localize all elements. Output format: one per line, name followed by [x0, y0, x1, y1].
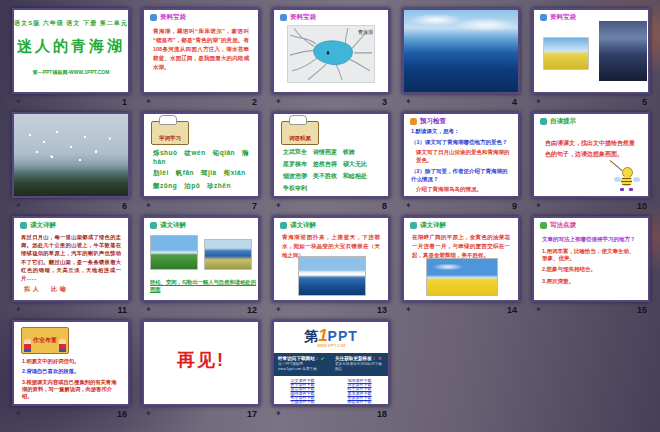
- animation-indicator-icon: ✦: [275, 410, 282, 418]
- cartoon-kid-icon: [59, 339, 66, 352]
- slide-number: 18: [377, 409, 387, 419]
- slide-thumbnail-9[interactable]: 预习检查 1.默读课文，思考： （1）课文写了青海湖哪些地方的景色？ 课文写了日…: [402, 112, 520, 198]
- slide-thumbnail-3[interactable]: 资料宝袋 青海湖: [272, 8, 390, 94]
- slide-section-header: 课文详解: [14, 218, 128, 229]
- 1ppt-logo: 第1PPT WWW.1PPT.COM: [274, 327, 388, 349]
- slide-section-header: 课文详解: [404, 218, 518, 229]
- slide-thumbnail-14[interactable]: 课文详解 在湖畔广阔的平原上，金黄色的油菜花一片连着一片，与翠绿的麦苗交织在一起…: [402, 216, 520, 302]
- slide-thumbnail-2[interactable]: 资料宝袋 青海湖，藏语叫“库库诺尔”，蒙语叫“错温布”，都是“青色的湖”的意思。…: [142, 8, 260, 94]
- slide-cell-14: 课文详解 在湖畔广阔的平原上，金黄色的油菜花一片连着一片，与翠绿的麦苗交织在一起…: [402, 216, 520, 318]
- slide-thumbnail-18[interactable]: 第1PPT WWW.1PPT.COM 经常访问下载网站： ✔ 第一PPT模板网 …: [272, 320, 390, 406]
- cross-icon: ✖: [378, 356, 382, 361]
- section-title: 课文详解: [30, 222, 56, 229]
- cloud-icon: [540, 118, 547, 125]
- slide-number: 12: [247, 305, 257, 315]
- section-title: 课文详解: [420, 222, 446, 229]
- rhetoric-note: 拟人 比喻: [24, 285, 128, 294]
- section-title: 课文详解: [160, 222, 186, 229]
- slide-section-header: 课文详解: [274, 218, 388, 229]
- section-title: 自读提示: [550, 118, 576, 125]
- lakeshore-photo: [204, 239, 252, 270]
- bee-foot: [629, 188, 633, 191]
- animation-indicator-icon: ✦: [145, 410, 152, 418]
- promo-left-note: 第一PPT模板网 www.1ppt.com 免费下载: [278, 362, 327, 371]
- slide-number: 3: [382, 97, 387, 107]
- slide-number: 5: [642, 97, 647, 107]
- question-2: （2）除了写景，作者还介绍了青海湖的什么情况？: [411, 168, 511, 184]
- check-icon: ✔: [321, 356, 325, 361]
- slide-cell-13: 课文详解 青海湖迎面扑来，上接蓝天，下连碧水，宛如一块晶莹的大宝石镶嵌在（天地之…: [272, 216, 390, 318]
- slide-cell-9: 预习检查 1.默读课文，思考： （1）课文写了青海湖哪些地方的景色？ 课文写了日…: [402, 112, 520, 214]
- slide-thumbnail-15[interactable]: 写法点拨 文章的写法上有哪些值得学习的地方？ 1.用词丰富，比喻恰当，使文章生动…: [532, 216, 650, 302]
- animation-indicator-icon: ✦: [145, 202, 152, 210]
- notebook-label: 字词学习: [159, 135, 181, 142]
- download-links: 语文课件下载 数学课件下载 英语课件下载 物理课件下载 化学课件下载 生物课件下…: [274, 379, 388, 404]
- slide-thumbnail-7[interactable]: 字词学习 烁shuò 纹wén 铅qiān 瀚hàn 肋lèi 帆fān 驾ji…: [142, 112, 260, 198]
- slide-section-header: 资料宝袋: [274, 10, 388, 21]
- slide-section-header: 写法点拨: [534, 218, 648, 229]
- download-link[interactable]: 生物课件下载: [291, 400, 315, 404]
- animation-indicator-icon: ✦: [15, 98, 22, 106]
- slide-thumbnail-13[interactable]: 课文详解 青海湖迎面扑来，上接蓝天，下连碧水，宛如一块晶莹的大宝石镶嵌在（天地之…: [272, 216, 390, 302]
- slide-section-header: 资料宝袋: [534, 10, 648, 21]
- pinyin-word-line: 烁shuò 纹wén 铅qiān 瀚hàn: [153, 149, 258, 165]
- animation-indicator-icon: ✦: [535, 306, 542, 314]
- slide-thumbnail-11[interactable]: 课文详解 再过日月山，每一道山梁都成了绿色的走廊。远处几十公里的山坡上，牛羊散落…: [12, 216, 130, 302]
- slide-number: 2: [252, 97, 257, 107]
- slide-cell-7: 字词学习 烁shuò 纹wén 铅qiān 瀚hàn 肋lèi 帆fān 驾ji…: [142, 112, 260, 214]
- treasure-bag-icon: [540, 14, 547, 21]
- text-analysis-paragraph: 再过日月山，每一道山梁都成了绿色的走廊。远处几十公里的山坡上，牛羊散落在绿绒毯似…: [21, 233, 121, 282]
- slide-cell-16: 作业布置 1.积累文中的好词佳句。 2.背诵自己喜欢的段落。 3.根据课文内容或…: [12, 320, 130, 422]
- slide-thumbnail-16[interactable]: 作业布置 1.积累文中的好词佳句。 2.背诵自己喜欢的段落。 3.根据课文内容或…: [12, 320, 130, 406]
- slide-thumbnail-4 lake-photo[interactable]: [402, 8, 520, 94]
- bee-wing: [633, 177, 640, 182]
- book-icon: [410, 118, 417, 125]
- bee-body: [621, 176, 632, 186]
- links-column-left: 语文课件下载 数学课件下载 英语课件下载 物理课件下载 化学课件下载 生物课件下…: [291, 379, 315, 404]
- map-graphic: 青海湖: [288, 26, 374, 82]
- rapeseed-field-photo: [543, 37, 589, 70]
- idiom-row: 烟波浩渺 美不胜收 和睦相处: [283, 172, 388, 181]
- pinyin-word-line: 肋lèi 帆fān 驾jià 衔xián: [153, 169, 258, 178]
- magnifier-icon: [410, 222, 417, 229]
- snow-mountain-lake-photo: [298, 256, 366, 296]
- writing-point: 3.层次清楚。: [542, 278, 640, 285]
- reading-prompt: 自由读课文，找出文中描绘自然景色的句子，边读边想象画面。: [545, 138, 637, 160]
- slide-cell-12: 课文详解 轻松、安闲，勾勒出一幅人与自然和谐相处的画面 ✦12: [142, 216, 260, 318]
- animation-indicator-icon: ✦: [405, 202, 412, 210]
- section-title: 资料宝袋: [160, 14, 186, 21]
- slide-number: 16: [117, 409, 127, 419]
- slide-number: 7: [252, 201, 257, 211]
- slide-number: 13: [377, 305, 387, 315]
- treasure-bag-icon: [150, 14, 157, 21]
- slide-sorter-grid: 语文S版 六年级 语文 下册 第二单元 迷人的青海湖 第一PPT模板网-WWW.…: [0, 0, 660, 422]
- treasure-bag-icon: [280, 14, 287, 21]
- slide-thumbnail-8[interactable]: 词语积累 文武双全 诗情画意 铁骑 星罗棋布 悠然自得 硕大无比 烟波浩渺 美不…: [272, 112, 390, 198]
- homework-item: 3.根据课文内容或自己搜集到的有关青海湖的资料，写一篇解说词，向游客作介绍。: [22, 379, 120, 400]
- bee-foot: [620, 188, 624, 191]
- template-site-credit: 第一PPT模板网-WWW.1PPT.COM: [14, 69, 128, 75]
- logo-prefix: 第: [304, 328, 318, 344]
- promo-right-title: 关注获取更新模板：: [335, 356, 376, 361]
- idiom-row: 星罗棋布 悠然自得 硕大无比: [283, 160, 388, 169]
- slide-thumbnail-10[interactable]: 自读提示 自由读课文，找出文中描绘自然景色的句子，边读边想象画面。: [532, 112, 650, 198]
- links-column-right: 地理课件下载 历史课件下载 科学课件下载 美术课件下载 音乐课件下载 班会课件下…: [348, 379, 372, 404]
- animation-indicator-icon: ✦: [535, 98, 542, 106]
- promo-right: 关注获取更新模板： ✖ 更多精品课件请访问站内下载频道: [331, 353, 388, 376]
- slide-thumbnail-17[interactable]: 再见!: [142, 320, 260, 406]
- slide-number: 8: [382, 201, 387, 211]
- pointer-stick: [610, 160, 623, 171]
- promo-left: 经常访问下载网站： ✔ 第一PPT模板网 www.1ppt.com 免费下载: [274, 353, 331, 376]
- writing-method-question: 文章的写法上有哪些值得学习的地方？: [542, 236, 640, 243]
- slide-thumbnail-12[interactable]: 课文详解 轻松、安闲，勾勒出一幅人与自然和谐相处的画面: [142, 216, 260, 302]
- slide-section-header: 课文详解: [144, 218, 258, 229]
- idiom-row: 争权夺利: [283, 184, 388, 193]
- bee-wing: [614, 177, 621, 182]
- writing-point: 1.用词丰富，比喻恰当，使文章生动、形象、优美。: [542, 248, 640, 262]
- slide-number: 15: [637, 305, 647, 315]
- section-title: 课文详解: [290, 222, 316, 229]
- slide-thumbnail-1[interactable]: 语文S版 六年级 语文 下册 第二单元 迷人的青海湖 第一PPT模板网-WWW.…: [12, 8, 130, 94]
- slide-thumbnail-5[interactable]: 资料宝袋: [532, 8, 650, 94]
- slide-thumbnail-6 bird-island-photo[interactable]: [12, 112, 130, 198]
- download-link[interactable]: 班会课件下载: [348, 400, 372, 404]
